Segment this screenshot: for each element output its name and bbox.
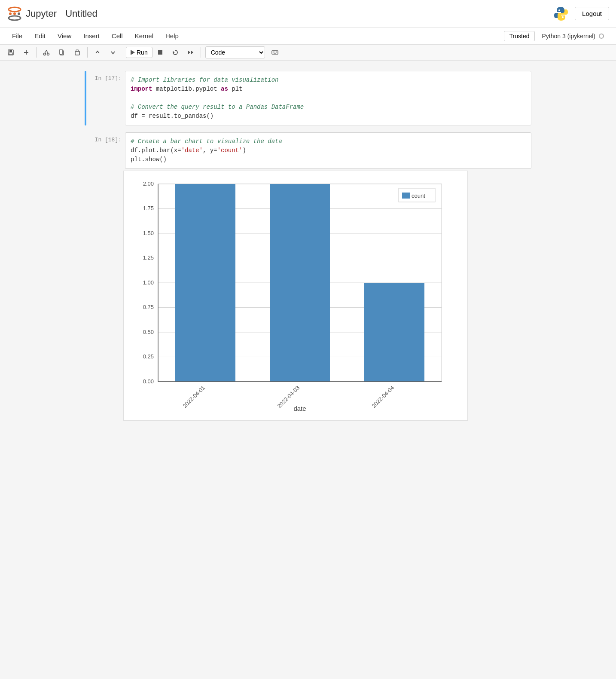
menu-view[interactable]: View	[52, 31, 76, 41]
menu-kernel[interactable]: Kernel	[130, 31, 159, 41]
xtick-1: 2022-04-01	[181, 385, 206, 410]
cell-18-label: In [18]:	[86, 132, 125, 169]
svg-rect-17	[59, 50, 63, 54]
cell-17-wrapper: # Import libraries for data visualizatio…	[125, 71, 531, 125]
keyword-as: as	[221, 86, 228, 92]
cell-17-content[interactable]: # Import libraries for data visualizatio…	[125, 71, 531, 125]
menu-help[interactable]: Help	[160, 31, 184, 41]
svg-line-14	[45, 50, 46, 53]
comment-text: # Create a bar chart to visualize the da…	[131, 138, 282, 145]
svg-rect-27	[276, 52, 277, 52]
run-icon	[131, 50, 135, 55]
keyword-import: import	[131, 86, 152, 92]
move-up-button[interactable]	[90, 47, 105, 58]
toolbar: Run Code Markdown Raw NBConvert Heading	[0, 45, 616, 61]
code-line: # Import libraries for data visualizatio…	[131, 76, 526, 85]
keyboard-icon	[271, 49, 278, 56]
bar-3	[364, 283, 424, 382]
chart-output-area: 0.00 0.25 0.50 0.75 1.00 1.25 1.50	[85, 171, 531, 422]
stop-button[interactable]	[153, 47, 167, 58]
menu-bar: File Edit View Insert Cell Kernel Help T…	[0, 28, 616, 45]
ytick-050: 0.50	[143, 329, 154, 335]
code-text: , y=	[203, 147, 217, 154]
comment-text: # Convert the query result to a Pandas D…	[131, 104, 304, 110]
menu-file[interactable]: File	[7, 31, 27, 41]
code-text: df = result.to_pandas()	[131, 113, 213, 119]
code-text: )	[242, 147, 246, 154]
code-text: df.plot.bar(x=	[131, 147, 181, 154]
svg-rect-28	[274, 53, 276, 54]
string-count: 'count'	[217, 147, 243, 154]
svg-point-3	[18, 12, 20, 15]
bar-2	[270, 184, 330, 382]
comment-text: # Import libraries for data visualizatio…	[131, 76, 278, 83]
svg-rect-8	[9, 50, 12, 52]
run-button[interactable]: Run	[126, 47, 152, 58]
cell-17: In [17]: # Import libraries for data vis…	[85, 71, 531, 125]
svg-point-12	[44, 53, 46, 55]
plus-icon	[23, 49, 30, 56]
kernel-status-indicator	[599, 34, 604, 39]
top-right-area: Logout	[552, 5, 609, 22]
svg-marker-20	[131, 50, 135, 55]
svg-marker-23	[191, 50, 193, 55]
run-label: Run	[137, 49, 148, 56]
restart-button[interactable]	[168, 47, 183, 58]
top-navbar: Jupyter Untitled Logout	[0, 0, 616, 28]
svg-text:2022-04-01: 2022-04-01	[181, 385, 206, 410]
code-text: matplotlib.pyplot	[156, 86, 221, 92]
svg-point-6	[562, 16, 564, 18]
bar-chart: 0.00 0.25 0.50 0.75 1.00 1.25 1.50	[128, 175, 463, 416]
cut-button[interactable]	[39, 47, 54, 58]
code-text: plt	[232, 86, 242, 92]
toolbar-sep-4	[201, 47, 201, 58]
move-down-button[interactable]	[106, 47, 120, 58]
svg-rect-21	[158, 50, 162, 55]
svg-point-1	[9, 16, 21, 20]
kernel-name: Python 3 (ipykernel)	[542, 33, 595, 40]
cell-17-label: In [17]:	[86, 71, 125, 125]
trusted-button[interactable]: Trusted	[504, 31, 535, 41]
copy-button[interactable]	[55, 47, 69, 58]
notebook-title[interactable]: Untitled	[65, 8, 552, 19]
ytick-175: 1.75	[143, 205, 154, 211]
ytick-075: 0.75	[143, 304, 154, 310]
svg-point-0	[9, 7, 21, 12]
jupyter-logo: Jupyter	[7, 6, 57, 21]
jupyter-brand-text: Jupyter	[26, 8, 57, 19]
ytick-0: 0.00	[143, 378, 154, 385]
logout-button[interactable]: Logout	[575, 7, 609, 20]
keyboard-shortcuts-button[interactable]	[268, 47, 282, 58]
chart-container: 0.00 0.25 0.50 0.75 1.00 1.25 1.50	[123, 171, 468, 421]
xtick-3: 2022-04-04	[370, 385, 395, 410]
ytick-200: 2.00	[143, 180, 154, 187]
menu-insert[interactable]: Insert	[78, 31, 105, 41]
restart-run-all-button[interactable]	[183, 47, 198, 58]
svg-text:2022-04-04: 2022-04-04	[370, 385, 395, 410]
menu-cell[interactable]: Cell	[107, 31, 128, 41]
copy-icon	[58, 49, 65, 56]
code-blank	[131, 94, 526, 103]
x-axis-label: date	[293, 405, 306, 412]
restart-icon	[172, 49, 179, 56]
ytick-150: 1.50	[143, 230, 154, 236]
cell-type-select[interactable]: Code Markdown Raw NBConvert Heading	[205, 46, 265, 58]
add-cell-button[interactable]	[19, 47, 34, 58]
svg-rect-9	[9, 53, 12, 55]
ytick-100: 1.00	[143, 279, 154, 286]
svg-point-13	[47, 53, 49, 55]
menu-edit[interactable]: Edit	[29, 31, 51, 41]
paste-button[interactable]	[70, 47, 85, 58]
toolbar-sep-1	[36, 47, 37, 58]
arrow-down-icon	[110, 49, 116, 56]
save-icon	[7, 49, 14, 56]
toolbar-sep-2	[87, 47, 88, 58]
code-line: plt.show()	[131, 155, 526, 164]
cell-18-content[interactable]: # Create a bar chart to visualize the da…	[125, 132, 531, 169]
code-line: df.plot.bar(x='date', y='count')	[131, 146, 526, 155]
code-line: import matplotlib.pyplot as plt	[131, 85, 526, 94]
svg-point-2	[9, 12, 12, 15]
save-button[interactable]	[3, 47, 18, 58]
legend-color	[402, 193, 410, 199]
string-date: 'date'	[181, 147, 203, 154]
